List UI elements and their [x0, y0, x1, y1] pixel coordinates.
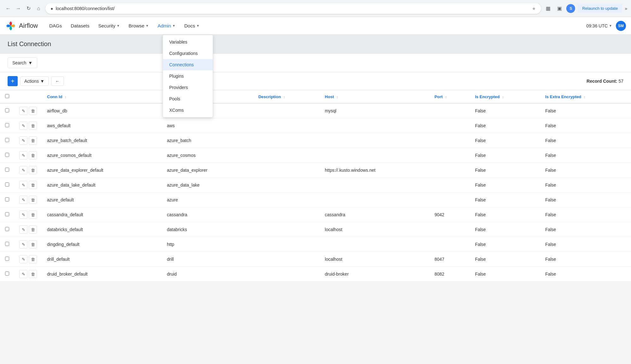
record-count: Record Count: 57 — [586, 79, 623, 84]
edit-button[interactable]: ✎ — [19, 270, 27, 278]
edit-button[interactable]: ✎ — [19, 122, 27, 130]
row-checkbox[interactable] — [5, 212, 9, 216]
is-encrypted-cell: False — [470, 193, 540, 207]
row-checkbox[interactable] — [5, 242, 9, 246]
edit-button[interactable]: ✎ — [19, 107, 27, 115]
delete-button[interactable]: 🗑 — [29, 136, 37, 145]
delete-button[interactable]: 🗑 — [29, 107, 37, 115]
extensions-button[interactable]: ▦ — [544, 4, 552, 13]
edit-button[interactable]: ✎ — [19, 136, 27, 145]
delete-button[interactable]: 🗑 — [29, 151, 37, 159]
actions-button[interactable]: Actions ▼ — [20, 76, 49, 86]
row-checkbox[interactable] — [5, 168, 9, 172]
search-button[interactable]: Search ▼ — [8, 57, 37, 68]
delete-button[interactable]: 🗑 — [29, 181, 37, 189]
user-avatar[interactable]: SM — [616, 21, 626, 31]
conn-id-sort-icon: ↕ — [65, 95, 67, 99]
description-cell — [253, 237, 320, 252]
actions-header — [14, 90, 42, 103]
dropdown-item-pools[interactable]: Pools — [163, 93, 213, 104]
dropdown-item-plugins[interactable]: Plugins — [163, 70, 213, 82]
row-actions-cell: ✎ 🗑 — [14, 237, 42, 252]
row-checkbox[interactable] — [5, 257, 9, 261]
admin-dropdown-menu: Variables Configurations Connections Plu… — [163, 35, 213, 117]
utc-time[interactable]: 09:36 UTC ▼ — [586, 23, 612, 28]
nav-item-docs[interactable]: Docs ▼ — [181, 21, 203, 31]
delete-button[interactable]: 🗑 — [29, 166, 37, 174]
dropdown-item-variables[interactable]: Variables — [163, 36, 213, 48]
table-row: ✎ 🗑 dingding_default http False False — [0, 237, 631, 252]
row-checkbox[interactable] — [5, 272, 9, 276]
row-checkbox[interactable] — [5, 153, 9, 157]
row-checkbox[interactable] — [5, 197, 9, 201]
nav-item-browse[interactable]: Browse ▼ — [125, 21, 152, 31]
host-header[interactable]: Host ↕ — [320, 90, 429, 103]
dropdown-item-connections[interactable]: Connections — [163, 59, 213, 70]
row-checkbox[interactable] — [5, 123, 9, 127]
select-all-header — [0, 90, 14, 103]
nav-item-security[interactable]: Security ▼ — [94, 21, 123, 31]
nav-item-datasets[interactable]: Datasets — [67, 21, 93, 31]
app-logo[interactable]: Airflow — [5, 20, 38, 32]
row-checkbox[interactable] — [5, 108, 9, 112]
edit-button[interactable]: ✎ — [19, 166, 27, 174]
profile-circle[interactable]: S — [566, 4, 575, 13]
is-encrypted-cell: False — [470, 267, 540, 282]
edit-button[interactable]: ✎ — [19, 225, 27, 234]
delete-button[interactable]: 🗑 — [29, 240, 37, 248]
window-button[interactable]: ▣ — [555, 4, 564, 13]
conn-id-cell: databricks_default — [42, 222, 162, 237]
table-row: ✎ 🗑 druid_broker_default druid druid-bro… — [0, 267, 631, 282]
delete-button[interactable]: 🗑 — [29, 196, 37, 204]
row-checkbox[interactable] — [5, 138, 9, 142]
conn-id-label: Conn Id — [47, 94, 62, 99]
delete-button[interactable]: 🗑 — [29, 225, 37, 234]
port-cell — [429, 148, 470, 163]
nav-item-dags[interactable]: DAGs — [45, 21, 66, 31]
edit-button[interactable]: ✎ — [19, 240, 27, 248]
select-all-checkbox[interactable] — [5, 94, 9, 98]
delete-button[interactable]: 🗑 — [29, 255, 37, 263]
reload-button[interactable]: ↻ — [24, 4, 33, 13]
delete-button[interactable]: 🗑 — [29, 211, 37, 219]
is-extra-encrypted-cell: False — [540, 222, 631, 237]
url-input[interactable] — [56, 6, 529, 11]
edit-button[interactable]: ✎ — [19, 151, 27, 159]
row-checkbox-cell — [0, 118, 14, 133]
conn-id-header[interactable]: Conn Id ↕ — [42, 90, 162, 103]
row-checkbox[interactable] — [5, 227, 9, 231]
conn-id-cell: azure_default — [42, 193, 162, 207]
edit-button[interactable]: ✎ — [19, 196, 27, 204]
edit-button[interactable]: ✎ — [19, 255, 27, 263]
table-row: ✎ 🗑 databricks_default databricks localh… — [0, 222, 631, 237]
is-encrypted-cell: False — [470, 222, 540, 237]
action-bar: + Actions ▼ ← Record Count: 57 — [0, 72, 631, 90]
edit-button[interactable]: ✎ — [19, 211, 27, 219]
host-cell: mysql — [320, 103, 429, 118]
dropdown-item-configurations[interactable]: Configurations — [163, 48, 213, 59]
delete-button[interactable]: 🗑 — [29, 270, 37, 278]
description-header[interactable]: Description ↕ — [253, 90, 320, 103]
row-actions: ✎ 🗑 — [19, 211, 37, 219]
row-actions-cell: ✎ 🗑 — [14, 103, 42, 118]
nav-item-admin[interactable]: Admin ▼ — [154, 21, 179, 31]
relaunch-button[interactable]: Relaunch to update — [578, 4, 622, 13]
back-nav-button[interactable]: ← — [51, 76, 64, 86]
back-browser-button[interactable]: ← — [4, 4, 13, 13]
row-checkbox[interactable] — [5, 182, 9, 187]
star-icon[interactable]: ★ — [532, 6, 536, 11]
row-checkbox-cell — [0, 103, 14, 118]
forward-browser-button[interactable]: → — [14, 4, 23, 13]
record-count-label: Record Count: — [586, 79, 617, 84]
is-extra-encrypted-header[interactable]: Is Extra Encrypted ↕ — [540, 90, 631, 103]
edit-button[interactable]: ✎ — [19, 181, 27, 189]
row-actions-cell: ✎ 🗑 — [14, 148, 42, 163]
port-cell: 9042 — [429, 207, 470, 222]
home-button[interactable]: ⌂ — [34, 4, 43, 13]
port-header[interactable]: Port ↕ — [429, 90, 470, 103]
dropdown-item-providers[interactable]: Providers — [163, 82, 213, 93]
dropdown-item-xcoms[interactable]: XComs — [163, 104, 213, 116]
is-encrypted-header[interactable]: Is Encrypted ↕ — [470, 90, 540, 103]
add-connection-button[interactable]: + — [8, 76, 18, 86]
delete-button[interactable]: 🗑 — [29, 122, 37, 130]
